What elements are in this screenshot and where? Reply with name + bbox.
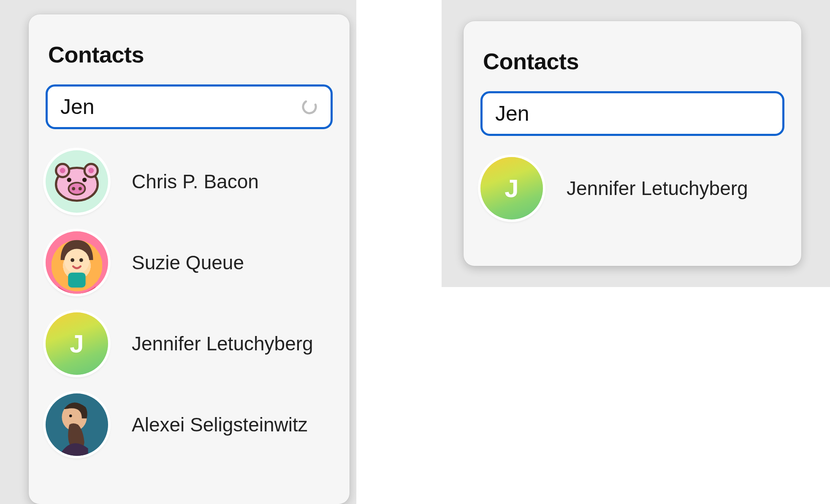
contact-name: Alexei Seligsteinwitz: [132, 413, 308, 436]
contact-row[interactable]: J Jennifer Letuchyberg: [480, 157, 784, 219]
svg-point-6: [69, 183, 85, 195]
card-title: Contacts: [483, 48, 784, 74]
svg-point-9: [67, 178, 71, 182]
search-field-wrap: [46, 84, 333, 129]
svg-point-8: [79, 187, 82, 190]
contacts-card-loading: Contacts: [29, 14, 350, 504]
avatar-pig-icon: [46, 150, 108, 213]
svg-point-7: [72, 187, 75, 190]
svg-point-10: [82, 178, 87, 182]
search-input[interactable]: [480, 91, 784, 136]
contact-row[interactable]: J Jennifer Letuchyberg: [46, 312, 333, 375]
contact-name: Jennifer Letuchyberg: [132, 332, 313, 355]
svg-rect-14: [68, 273, 85, 288]
svg-point-11: [64, 249, 89, 274]
contact-name: Chris P. Bacon: [132, 170, 259, 193]
contact-name: Suzie Queue: [132, 251, 244, 274]
contact-name: Jennifer Letuchyberg: [567, 177, 748, 200]
svg-point-4: [60, 168, 65, 173]
avatar-person-icon: [46, 231, 108, 294]
contacts-list: Chris P. Bacon Suzie Queue: [46, 150, 333, 456]
contact-row[interactable]: Suzie Queue: [46, 231, 333, 294]
contacts-list: J Jennifer Letuchyberg: [480, 157, 784, 219]
contacts-card-filtered: Contacts J Jennifer Letuchyberg: [464, 21, 801, 266]
search-field-wrap: [480, 91, 784, 136]
avatar-person-icon: [46, 393, 108, 456]
contact-row[interactable]: Chris P. Bacon: [46, 150, 333, 213]
avatar-initial-text: J: [505, 174, 518, 203]
svg-point-12: [71, 258, 74, 262]
avatar-initial-icon: J: [46, 312, 108, 375]
avatar-initial-icon: J: [480, 157, 543, 219]
card-title: Contacts: [48, 41, 333, 68]
contact-row[interactable]: Alexei Seligsteinwitz: [46, 393, 333, 456]
avatar-initial-text: J: [70, 329, 84, 358]
search-input[interactable]: [46, 84, 333, 129]
svg-point-13: [79, 258, 83, 262]
svg-point-16: [69, 415, 72, 417]
svg-point-5: [88, 168, 94, 173]
